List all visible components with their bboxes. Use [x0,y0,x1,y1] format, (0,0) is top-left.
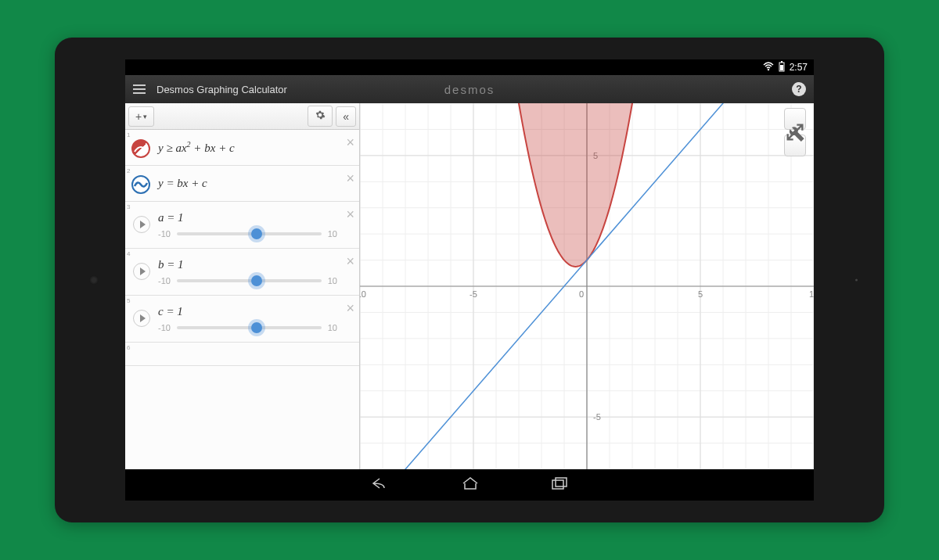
expression-color-icon[interactable] [131,175,150,194]
home-button[interactable] [461,476,480,494]
add-expression-button[interactable]: + ▾ [128,106,154,127]
play-slider-button[interactable] [133,216,150,233]
title-bar: Desmos Graphing Calculator desmos ? [125,75,814,103]
row-number: 5 [125,296,131,306]
play-slider-button[interactable] [133,310,150,327]
svg-text:10: 10 [809,289,814,299]
slider-equation: a = 1 [158,211,337,224]
row-number: 1 [125,130,131,140]
slider-row[interactable]: 3 a = 1 -10 10 × [125,202,359,249]
svg-point-0 [767,68,768,70]
recent-apps-button[interactable] [550,476,569,494]
gear-icon [315,109,326,123]
delete-expression-button[interactable]: × [346,300,354,317]
app-title: Desmos Graphing Calculator [156,84,287,95]
graph-canvas[interactable]: -10-5510-550 [360,103,814,469]
expression-toolbar: + ▾ « [125,103,359,130]
slider-knob[interactable] [251,275,262,286]
slider-min: -10 [158,229,171,239]
slider-track[interactable] [177,232,322,235]
wifi-icon [763,62,774,74]
slider-track[interactable] [177,326,322,329]
slider-max: 10 [328,323,337,332]
slider-equation: c = 1 [158,305,337,318]
svg-rect-58 [556,478,567,486]
expression-text: y = bx + c [158,177,337,190]
row-number: 3 [125,202,131,212]
app: Desmos Graphing Calculator desmos ? + ▾ [125,75,814,469]
slider-max: 10 [328,229,337,239]
expression-list: 1 y ≥ ax2 + bx + c × 2 [125,130,359,469]
svg-rect-57 [552,480,563,489]
expression-panel: + ▾ « 1 [125,103,360,469]
row-number: 4 [125,249,131,259]
svg-text:-5: -5 [593,412,601,422]
camera [89,275,99,285]
caret-down-icon: ▾ [143,113,147,120]
svg-text:0: 0 [579,289,584,299]
delete-expression-button[interactable]: × [346,253,354,270]
expression-color-icon[interactable] [131,139,150,158]
slider-equation: b = 1 [158,258,337,271]
delete-expression-button[interactable]: × [346,135,354,151]
svg-text:5: 5 [698,289,703,299]
tablet-frame: 2:57 Desmos Graphing Calculator desmos ?… [55,38,884,522]
slider-min: -10 [158,323,171,332]
slider-row[interactable]: 5 c = 1 -10 10 × [125,296,359,343]
battery-icon [779,61,785,74]
expression-row[interactable]: 2 y = bx + c × [125,166,359,202]
svg-text:-10: -10 [360,289,366,299]
empty-expression-row[interactable]: 6 [125,343,359,366]
zoom-fit-button[interactable] [784,135,806,156]
expression-text: y ≥ ax2 + bx + c [158,140,337,155]
svg-text:-5: -5 [470,289,477,299]
slider-row[interactable]: 4 b = 1 -10 10 × [125,249,359,296]
svg-rect-3 [780,65,783,70]
row-number: 6 [125,343,131,353]
collapse-panel-button[interactable]: « [336,106,356,127]
slider-knob[interactable] [251,322,262,333]
settings-button[interactable] [308,106,333,127]
help-button[interactable]: ? [792,82,806,96]
status-bar: 2:57 [125,59,814,75]
slider-knob[interactable] [251,228,262,239]
back-button[interactable] [370,476,390,494]
chevron-left-icon: « [343,110,349,123]
brand-logo: desmos [444,83,495,96]
power-indicator [855,279,858,282]
android-nav-bar [125,469,814,501]
slider-max: 10 [328,276,337,285]
plus-icon: + [135,110,142,123]
delete-expression-button[interactable]: × [346,171,354,187]
slider-track[interactable] [177,279,322,282]
content-area: + ▾ « 1 [125,103,814,469]
delete-expression-button[interactable]: × [346,206,354,223]
hamburger-icon[interactable] [125,84,153,94]
svg-rect-2 [781,61,782,63]
screen: 2:57 Desmos Graphing Calculator desmos ?… [125,59,814,501]
clock: 2:57 [790,62,808,73]
slider-min: -10 [158,276,171,285]
graph-svg: -10-5510-550 [360,103,814,469]
play-slider-button[interactable] [133,263,150,280]
row-number: 2 [125,166,131,176]
expression-row[interactable]: 1 y ≥ ax2 + bx + c × [125,130,359,166]
